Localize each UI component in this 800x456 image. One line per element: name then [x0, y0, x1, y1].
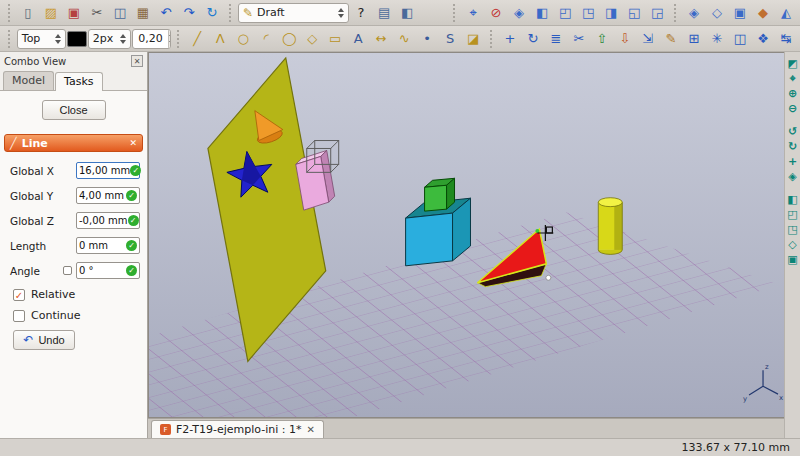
spin-up-icon[interactable] [169, 30, 172, 39]
nav-zoom-fit-icon[interactable]: ⌖ [786, 72, 799, 85]
tab-model[interactable]: Model [3, 71, 54, 90]
draft-polar-array-icon[interactable]: ✳ [706, 29, 728, 49]
view-left-icon[interactable]: ◲ [646, 3, 668, 23]
yellow-cylinder[interactable] [598, 198, 622, 255]
field-input[interactable]: 16,00 mm ✓ [76, 162, 140, 179]
toolbar-grip[interactable] [453, 4, 456, 22]
green-cube[interactable] [425, 178, 455, 211]
draw-style-icon[interactable]: ⊘ [485, 3, 507, 23]
draft-arc-icon[interactable]: ◜ [255, 29, 277, 49]
view-right-icon[interactable]: ◳ [577, 3, 599, 23]
view-rear-icon[interactable]: ◨ [600, 3, 622, 23]
draft-ellipse-icon[interactable]: ◯ [278, 29, 300, 49]
spin-down-icon[interactable] [169, 39, 172, 48]
panels-icon[interactable]: ◧ [396, 3, 418, 23]
undo-icon[interactable]: ↶ [155, 3, 177, 23]
view-fit-icon[interactable]: ⌖ [462, 3, 484, 23]
nav-pan-icon[interactable]: + [786, 155, 799, 168]
view-dimetric-icon[interactable]: ◈ [683, 3, 705, 23]
draft-circle-icon[interactable]: ○ [232, 29, 254, 49]
toolbar-grip[interactable] [177, 30, 180, 48]
open-file-icon[interactable]: ▨ [40, 3, 62, 23]
nav-view-iso-icon[interactable]: ◈ [786, 170, 799, 183]
nav-view-top-icon[interactable]: ◰ [786, 208, 799, 221]
console-icon[interactable]: ▤ [373, 3, 395, 23]
draft-bspline-icon[interactable]: ∿ [393, 29, 415, 49]
draft-edit-icon[interactable]: ✎ [660, 29, 682, 49]
nav-view-axo-icon[interactable]: ◇ [786, 238, 799, 251]
document-tab-close-icon[interactable]: ✕ [307, 424, 315, 435]
nav-cube-icon[interactable]: ◩ [786, 57, 799, 70]
field-input[interactable]: 4,00 mm ✓ [76, 187, 140, 204]
workbench-selector[interactable]: ✎ Draft [238, 3, 349, 23]
draft-trimex-icon[interactable]: ✂ [568, 29, 590, 49]
nav-view-right-icon[interactable]: ◳ [786, 223, 799, 236]
cut-icon[interactable]: ✂ [86, 3, 108, 23]
draft-rotate-icon[interactable]: ↻ [522, 29, 544, 49]
toolbar-grip[interactable] [8, 30, 11, 48]
checkbox-box[interactable] [13, 310, 25, 322]
draft-line-icon[interactable]: ╱ [186, 29, 208, 49]
working-plane-selector[interactable]: Top [17, 29, 66, 49]
draft-dimension-icon[interactable]: ↔ [370, 29, 392, 49]
view-isometric-icon[interactable]: ◈ [508, 3, 530, 23]
nav-dock-icon[interactable]: ▣ [786, 253, 799, 266]
field-input[interactable]: 0 ° ✓ [76, 262, 140, 279]
draft-move-icon[interactable]: + [499, 29, 521, 49]
tab-tasks[interactable]: Tasks [55, 72, 102, 91]
draft-offset-icon[interactable]: ≣ [545, 29, 567, 49]
nav-orbit-right-icon[interactable]: ↻ [786, 140, 799, 153]
draft-shapestring-icon[interactable]: S [439, 29, 461, 49]
line-width-selector[interactable]: 2px [88, 29, 132, 49]
draft-point-icon[interactable]: • [416, 29, 438, 49]
line-task-close-icon[interactable]: ✕ [129, 138, 137, 148]
field-input[interactable]: -0,00 mm ✓ [76, 212, 140, 229]
draft-mirror-icon[interactable]: ◫ [729, 29, 751, 49]
clip-plane-icon[interactable]: ◭ [775, 3, 797, 23]
nav-zoom-out-icon[interactable]: ⊖ [786, 102, 799, 115]
checkbox-relative[interactable]: ✓ Relative [13, 288, 143, 301]
checkbox-box[interactable]: ✓ [13, 289, 25, 301]
draft-array-icon[interactable]: ⊞ [683, 29, 705, 49]
draft-downgrade-icon[interactable]: ⇩ [614, 29, 636, 49]
new-file-icon[interactable]: ▯ [17, 3, 39, 23]
angle-lock-checkbox[interactable] [63, 266, 72, 275]
draft-stretch-icon[interactable]: ↹ [775, 29, 797, 49]
refresh-icon[interactable]: ↻ [201, 3, 223, 23]
draft-polygon-icon[interactable]: ◇ [301, 29, 323, 49]
viewport-3d[interactable]: z x y [148, 52, 784, 418]
toolbar-grip[interactable] [8, 4, 11, 22]
draft-rectangle-icon[interactable]: ▭ [324, 29, 346, 49]
draft-clone-icon[interactable]: ❖ [752, 29, 774, 49]
whats-this-icon[interactable]: ? [350, 3, 372, 23]
toolbar-grip[interactable] [229, 4, 232, 22]
view-top-icon[interactable]: ◰ [554, 3, 576, 23]
view-home-icon[interactable]: ▣ [729, 3, 751, 23]
view-trimetric-icon[interactable]: ◇ [706, 3, 728, 23]
toolbar-grip[interactable] [674, 4, 677, 22]
line-color-swatch[interactable] [67, 31, 87, 47]
nav-orbit-left-icon[interactable]: ↺ [786, 125, 799, 138]
draft-scale-icon[interactable]: ⇲ [637, 29, 659, 49]
undo-button[interactable]: ↶ Undo [13, 330, 75, 350]
texture-view-icon[interactable]: ◆ [752, 3, 774, 23]
close-task-button[interactable]: Close [42, 100, 106, 120]
paste-icon[interactable]: ▦ [132, 3, 154, 23]
combo-view-close-icon[interactable]: ✕ [131, 55, 143, 67]
draft-text-icon[interactable]: A [347, 29, 369, 49]
view-bottom-icon[interactable]: ◱ [623, 3, 645, 23]
scale-spinbox[interactable]: 0,20 [132, 29, 171, 49]
field-input[interactable]: 0 mm ✓ [76, 237, 140, 254]
draft-facebinder-icon[interactable]: ◪ [462, 29, 484, 49]
save-icon[interactable]: ▣ [63, 3, 85, 23]
copy-icon[interactable]: ◫ [109, 3, 131, 23]
nav-zoom-in-icon[interactable]: ⊕ [786, 87, 799, 100]
draft-polyline-icon[interactable]: Λ [209, 29, 231, 49]
view-front-icon[interactable]: ◧ [531, 3, 553, 23]
nav-view-front-icon[interactable]: ◧ [786, 193, 799, 206]
draft-upgrade-icon[interactable]: ⇧ [591, 29, 613, 49]
checkbox-continue[interactable]: Continue [13, 309, 143, 322]
document-tab[interactable]: F F2-T19-ejemplo-ini : 1* ✕ [151, 420, 324, 438]
toolbar-grip[interactable] [490, 30, 493, 48]
redo-icon[interactable]: ↷ [178, 3, 200, 23]
